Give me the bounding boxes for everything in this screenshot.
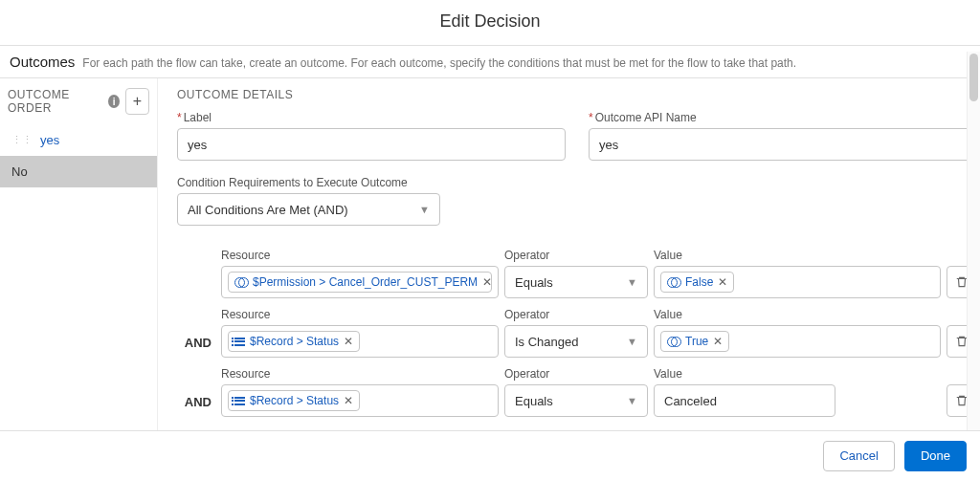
remove-pill-icon[interactable]: ✕ [718,275,727,289]
outcome-item-label: No [11,164,28,179]
resource-input-0[interactable]: $Permission > Cancel_Order_CUST_PERM ✕ [221,266,499,298]
and-label: AND [177,395,215,417]
condition-requirements-value: All Conditions Are Met (AND) [188,203,348,217]
operator-value: Equals [515,275,553,290]
outcome-item-label: yes [40,133,59,147]
value-pill-text: False [685,275,713,289]
done-button[interactable]: Done [904,441,967,471]
add-outcome-button[interactable]: + [125,88,149,115]
value-input-0[interactable]: False ✕ [654,266,941,298]
outcomes-description: For each path the flow can take, create … [82,56,796,70]
resource-input-2[interactable]: $Record > Status ✕ [221,384,499,417]
outcomes-title: Outcomes [10,54,75,70]
list-icon [234,338,245,346]
operator-column-label: Operator [504,367,648,381]
resource-icon [234,277,248,287]
operator-column-label: Operator [504,249,648,262]
outcome-item-no[interactable]: No [0,156,157,187]
outcomes-header: Outcomes For each path the flow can take… [0,46,980,78]
chevron-down-icon: ▼ [627,395,637,406]
and-label: AND [177,336,215,358]
outcome-order-label: OUTCOME ORDER [8,88,102,115]
chevron-down-icon: ▼ [627,276,637,288]
api-name-input[interactable] [589,128,977,161]
resource-column-label: Resource [221,308,499,321]
value-input-1[interactable]: True ✕ [654,325,941,358]
value-column-label: Value [654,308,941,321]
value-input-2[interactable] [654,384,835,417]
resource-pill-text: $Record > Status [250,335,339,348]
resource-pill-text: $Record > Status [250,394,339,407]
resource-pill-text: $Permission > Cancel_Order_CUST_PERM [253,275,478,289]
operator-select-1[interactable]: Is Changed ▼ [504,325,648,358]
scrollbar-thumb[interactable] [969,54,978,101]
operator-select-2[interactable]: Equals ▼ [504,384,648,417]
resource-column-label: Resource [221,367,499,381]
info-icon[interactable]: i [108,95,120,108]
value-icon [667,337,680,346]
chevron-down-icon: ▼ [627,336,637,347]
value-pill-text: True [685,335,708,348]
label-input[interactable] [177,128,566,161]
list-icon [234,397,245,405]
value-column-label: Value [654,367,941,381]
scrollbar[interactable] [967,52,980,430]
dialog-title: Edit Decision [0,0,980,45]
label-field-label: Label [177,111,566,124]
remove-pill-icon[interactable]: ✕ [482,275,492,289]
condition-requirements-select[interactable]: All Conditions Are Met (AND) ▼ [177,193,440,226]
api-name-field-label: Outcome API Name [589,111,977,124]
condition-requirements-label: Condition Requirements to Execute Outcom… [177,176,977,189]
value-icon [667,277,680,287]
value-column-label: Value [654,249,941,262]
remove-pill-icon[interactable]: ✕ [344,394,353,407]
cancel-button[interactable]: Cancel [823,441,894,471]
outcome-details-title: OUTCOME DETAILS [177,88,977,101]
resource-column-label: Resource [221,249,499,262]
operator-value: Is Changed [515,335,579,349]
resource-input-1[interactable]: $Record > Status ✕ [221,325,499,358]
operator-column-label: Operator [504,308,648,321]
remove-pill-icon[interactable]: ✕ [713,335,723,348]
drag-handle-icon[interactable]: ⋮⋮ [11,135,33,145]
chevron-down-icon: ▼ [419,204,430,215]
operator-select-0[interactable]: Equals ▼ [504,266,648,298]
remove-pill-icon[interactable]: ✕ [344,335,353,348]
outcome-item-yes[interactable]: ⋮⋮ yes [0,124,157,156]
operator-value: Equals [515,394,553,408]
